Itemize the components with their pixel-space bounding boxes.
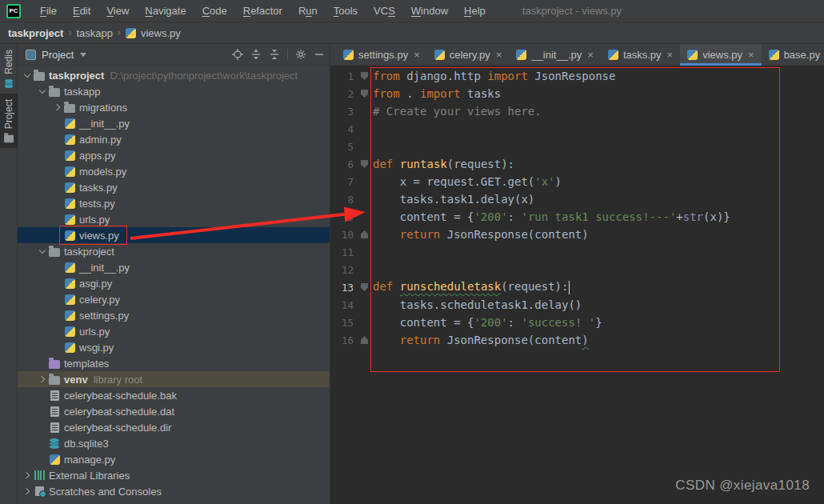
tab-views-py[interactable]: views.py×: [680, 44, 761, 65]
chevron-right-icon[interactable]: [21, 489, 33, 494]
tree-item-label: tests.py: [79, 198, 115, 210]
tree-item-urls-py[interactable]: urls.py: [18, 211, 330, 227]
tree-item-settings-py[interactable]: settings.py: [18, 307, 330, 323]
fold-marker-icon[interactable]: [361, 72, 373, 80]
tree-item-wsgi-py[interactable]: wsgi.py: [18, 339, 330, 355]
tree-item-manage-py[interactable]: manage.py: [18, 451, 330, 467]
tree-item-taskproject[interactable]: taskproject: [18, 243, 330, 259]
close-icon[interactable]: ×: [667, 49, 674, 61]
tab-tasks-py[interactable]: tasks.py×: [601, 44, 680, 65]
tab-celery-py[interactable]: celery.py×: [427, 44, 510, 65]
tree-item-db-sqlite3[interactable]: db.sqlite3: [18, 435, 330, 451]
code-line-2[interactable]: 2from . import tasks: [330, 85, 824, 102]
code-line-1[interactable]: 1from django.http import JsonResponse: [330, 67, 824, 85]
python-file-icon: [63, 182, 76, 193]
breadcrumb-item-taskproject[interactable]: taskproject: [8, 27, 63, 39]
code-line-6[interactable]: 6def runtask(request):: [330, 155, 824, 173]
tree-item-apps-py[interactable]: apps.py: [18, 147, 330, 163]
tree-item-asgi-py[interactable]: asgi.py: [18, 275, 330, 291]
menu-window[interactable]: Window: [403, 5, 456, 17]
menu-tools[interactable]: Tools: [326, 5, 366, 17]
tree-item-celery-py[interactable]: celery.py: [18, 291, 330, 307]
code-line-3[interactable]: 3# Create your views here.: [330, 102, 824, 120]
code-line-11[interactable]: 11: [330, 243, 824, 261]
pycharm-logo-icon: PC: [6, 4, 21, 18]
expand-all-icon[interactable]: [250, 49, 262, 60]
chevron-right-icon[interactable]: [36, 377, 48, 382]
fold-marker-icon[interactable]: [361, 283, 373, 291]
chevron-right-icon[interactable]: [51, 105, 63, 110]
text-cursor: [569, 281, 570, 294]
code-line-10[interactable]: 10 return JsonResponse(content): [330, 226, 824, 243]
menu-refactor[interactable]: Refactor: [235, 5, 290, 17]
tree-item-admin-py[interactable]: admin.py: [18, 131, 330, 147]
code-line-14[interactable]: 14 tasks.scheduletask1.delay(): [330, 296, 824, 314]
tree-item-models-py[interactable]: models.py: [18, 163, 330, 179]
database-icon: [4, 79, 12, 88]
tree-item-celerybeat-schedule-dat[interactable]: celerybeat-schedule.dat: [18, 403, 330, 419]
tree-item-taskapp[interactable]: taskapp: [18, 83, 330, 99]
code-line-8[interactable]: 8 tasks.task1.delay(x): [330, 190, 824, 208]
menu-code[interactable]: Code: [194, 5, 235, 17]
close-icon[interactable]: ×: [748, 49, 754, 61]
code-line-5[interactable]: 5: [330, 138, 824, 155]
tab-settings-py[interactable]: settings.py×: [336, 44, 427, 65]
breadcrumb-item-taskapp[interactable]: taskapp: [76, 27, 113, 39]
tree-item-__init__-py[interactable]: __init__.py: [18, 115, 330, 131]
tree-item-celerybeat-schedule-dir[interactable]: celerybeat-schedule.dir: [18, 419, 330, 435]
tree-item-__init__-py[interactable]: __init__.py: [18, 259, 330, 275]
menu-help[interactable]: Help: [456, 5, 494, 17]
chevron-down-icon[interactable]: [80, 53, 86, 57]
tree-item-urls-py[interactable]: urls.py: [18, 323, 330, 339]
tree-item-label: taskapp: [64, 86, 101, 98]
tree-item-celerybeat-schedule-bak[interactable]: celerybeat-schedule.bak: [18, 387, 330, 403]
code-line-9[interactable]: 9 content = {'200': 'run task1 success!-…: [330, 208, 824, 226]
menu-file[interactable]: File: [32, 5, 65, 17]
tree-item-views-py[interactable]: views.py: [18, 227, 330, 243]
project-panel-title[interactable]: Project: [42, 49, 74, 61]
breadcrumb-item-views-py[interactable]: views.py: [141, 27, 181, 39]
tab-__init__-py[interactable]: __init__.py×: [509, 44, 600, 65]
hide-icon[interactable]: [314, 49, 325, 60]
menu-edit[interactable]: Edit: [65, 5, 98, 17]
menu-run[interactable]: Run: [290, 5, 326, 17]
tree-item-migrations[interactable]: migrations: [18, 99, 330, 115]
python-file-icon: [63, 230, 76, 241]
close-icon[interactable]: ×: [587, 49, 594, 61]
toolwindow-button-project[interactable]: Project: [0, 94, 18, 148]
tree-item-Scratches-and-Consoles[interactable]: Scratches and Consoles: [18, 483, 330, 499]
collapse-all-icon[interactable]: [269, 49, 280, 60]
chevron-down-icon[interactable]: [36, 90, 48, 93]
fold-marker-icon[interactable]: [361, 336, 373, 344]
chevron-right-icon[interactable]: [21, 473, 33, 478]
fold-marker-icon[interactable]: [361, 90, 373, 98]
code-editor[interactable]: 1from django.http import JsonResponse2fr…: [330, 66, 824, 504]
menu-navigate[interactable]: Navigate: [137, 5, 194, 17]
tree-item-templates[interactable]: templates: [18, 355, 330, 371]
code-line-15[interactable]: 15 content = {'200': 'success! '}: [330, 314, 824, 331]
tree-item-External-Libraries[interactable]: External Libraries: [18, 467, 330, 483]
toolwindow-button-redis[interactable]: Redis: [0, 44, 18, 94]
chevron-down-icon[interactable]: [21, 74, 33, 77]
menu-view[interactable]: View: [98, 5, 137, 17]
fold-marker-icon[interactable]: [361, 160, 373, 168]
fold-marker-icon[interactable]: [361, 230, 373, 238]
tree-item-tests-py[interactable]: tests.py: [18, 195, 330, 211]
menu-vcs[interactable]: VCS: [366, 5, 403, 17]
code-line-4[interactable]: 4: [330, 120, 824, 138]
close-icon[interactable]: ×: [496, 49, 502, 61]
database-icon: [48, 438, 61, 449]
code-line-12[interactable]: 12: [330, 261, 824, 278]
chevron-down-icon[interactable]: [36, 250, 48, 253]
tree-item-venv[interactable]: venvlibrary root: [18, 371, 330, 387]
code-line-7[interactable]: 7 x = request.GET.get('x'): [330, 173, 824, 190]
close-icon[interactable]: ×: [414, 49, 420, 61]
tree-item-taskproject[interactable]: taskprojectD:\project\pythonproject\work…: [18, 67, 330, 83]
settings-icon[interactable]: [295, 49, 306, 60]
tree-item-tasks-py[interactable]: tasks.py: [18, 179, 330, 195]
tab-base-py[interactable]: base.py×: [762, 44, 824, 65]
locate-icon[interactable]: [232, 49, 243, 60]
code-line-13[interactable]: 13def runscheduletask(request):: [330, 278, 824, 296]
tab-label: celery.py: [450, 49, 490, 61]
code-line-16[interactable]: 16 return JsonResponse(content): [330, 331, 824, 349]
